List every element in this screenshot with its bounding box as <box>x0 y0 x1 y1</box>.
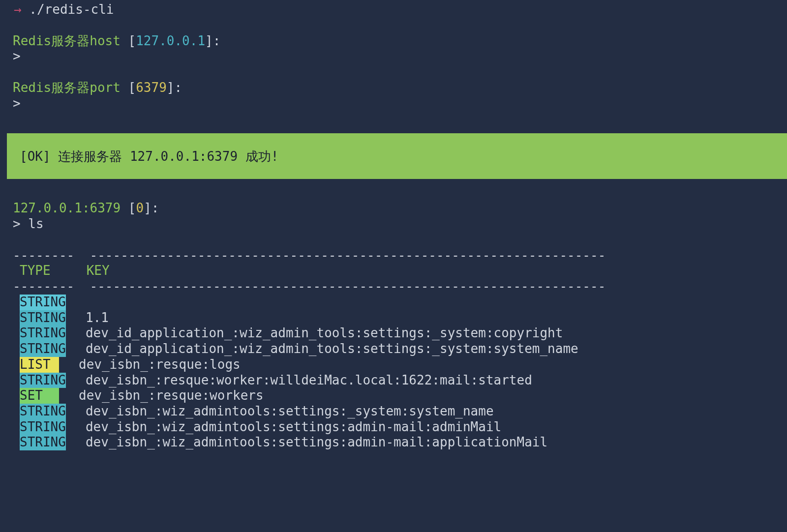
type-badge: STRING <box>20 310 66 326</box>
table-row[interactable]: LISTdev_isbn_:resque:logs <box>0 357 787 373</box>
table-row[interactable]: STRINGdev_isbn_:wiz_admintools:settings:… <box>0 419 787 435</box>
host-input-prompt[interactable]: > <box>0 49 787 64</box>
port-prompt-label: Redis服务器port <box>13 80 121 95</box>
type-badge: LIST <box>20 357 59 373</box>
type-badge: STRING <box>20 419 66 435</box>
type-badge: STRING <box>20 295 66 310</box>
port-default-value: 6379 <box>136 80 167 95</box>
key-name: dev_isbn_:resque:workers <box>79 388 264 403</box>
key-name: dev_isbn_:resque:logs <box>79 357 241 372</box>
key-name: dev_id_application_:wiz_admin_tools:sett… <box>86 341 578 356</box>
key-name: dev_id_application_:wiz_admin_tools:sett… <box>86 325 563 340</box>
ok-status-banner: [OK] 连接服务器 127.0.0.1:6379 成功! <box>7 133 787 179</box>
table-divider-mid: -------- -------------------------------… <box>0 279 787 295</box>
host-default-value: 127.0.0.1 <box>136 33 205 48</box>
key-name: dev_isbn_:wiz_admintools:settings:admin-… <box>86 419 501 434</box>
host-prompt-label: Redis服务器host <box>13 33 121 48</box>
prompt-arrow-icon: → <box>7 2 22 17</box>
connection-prompt-line: 127.0.0.1:6379 [0]: <box>0 201 787 216</box>
table-row[interactable]: STRING1.1 <box>0 310 787 326</box>
table-header-row: TYPE KEY <box>0 263 787 279</box>
key-name: dev_isbn_:wiz_admintools:settings:admin-… <box>86 435 547 449</box>
table-header-key: KEY <box>87 263 110 279</box>
table-header-type: TYPE <box>20 263 79 279</box>
key-name: 1.1 <box>86 310 109 325</box>
command-text: ./redis-cli <box>29 2 114 17</box>
host-prompt-line: Redis服务器host [127.0.0.1]: <box>0 33 787 49</box>
table-row[interactable]: STRINGdev_isbn_:wiz_admintools:settings:… <box>0 404 787 419</box>
type-badge: SET <box>20 388 59 404</box>
table-row[interactable]: STRING <box>0 295 787 310</box>
table-divider-top: -------- -------------------------------… <box>0 248 787 264</box>
type-badge: STRING <box>20 373 66 388</box>
type-badge: STRING <box>20 404 66 419</box>
table-row[interactable]: STRINGdev_id_application_:wiz_admin_tool… <box>0 341 787 357</box>
connection-address: 127.0.0.1:6379 <box>13 201 121 215</box>
type-badge: STRING <box>20 341 66 357</box>
table-row[interactable]: STRINGdev_isbn_:wiz_admintools:settings:… <box>0 435 787 450</box>
connection-db: 0 <box>136 201 144 215</box>
key-name: dev_isbn_:wiz_admintools:settings:_syste… <box>86 404 494 418</box>
port-input-prompt[interactable]: > <box>0 96 787 112</box>
table-body: STRINGSTRING1.1STRINGdev_id_application_… <box>0 295 787 450</box>
ls-command-text: ls <box>28 216 43 231</box>
key-name: dev_isbn_:resque:worker:willdeiMac.local… <box>86 373 532 387</box>
ls-command-line[interactable]: > ls <box>0 216 787 232</box>
table-row[interactable]: STRINGdev_id_application_:wiz_admin_tool… <box>0 325 787 341</box>
prompt-gt-icon: > <box>13 216 21 231</box>
command-line[interactable]: → ./redis-cli <box>0 2 787 18</box>
table-row[interactable]: STRINGdev_isbn_:resque:worker:willdeiMac… <box>0 373 787 388</box>
type-badge: STRING <box>20 435 66 450</box>
type-badge: STRING <box>20 325 66 341</box>
port-prompt-line: Redis服务器port [6379]: <box>0 80 787 96</box>
table-row[interactable]: SETdev_isbn_:resque:workers <box>0 388 787 404</box>
